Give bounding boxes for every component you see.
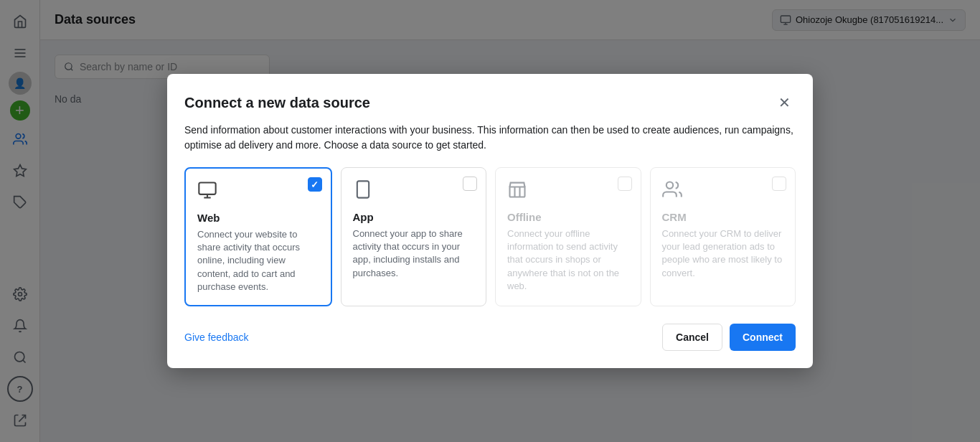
card-offline-checkbox	[618, 177, 632, 191]
card-app-name: App	[353, 211, 475, 223]
card-web-checkbox	[308, 177, 322, 192]
card-offline: OfflineConnect your offline information …	[495, 167, 641, 306]
card-app-description: Connect your app to share activity that …	[353, 227, 475, 280]
card-web-description: Connect your website to share activity t…	[197, 228, 319, 293]
card-app[interactable]: AppConnect your app to share activity th…	[341, 167, 487, 306]
card-web[interactable]: WebConnect your website to share activit…	[184, 167, 332, 306]
card-app-checkbox	[463, 177, 477, 191]
svg-rect-14	[199, 183, 215, 194]
card-crm-icon	[662, 179, 784, 204]
modal-description: Send information about customer interact…	[184, 123, 796, 153]
card-crm-checkbox	[772, 177, 786, 191]
card-web-icon	[197, 180, 319, 204]
footer-buttons: Cancel Connect	[662, 324, 796, 351]
svg-rect-17	[357, 181, 368, 197]
modal-title: Connect a new data source	[184, 95, 370, 111]
give-feedback-link[interactable]: Give feedback	[184, 332, 249, 343]
modal-overlay: Connect a new data source ✕ Send informa…	[0, 0, 980, 442]
modal-close-button[interactable]: ✕	[773, 91, 796, 114]
card-crm-description: Connect your CRM to deliver your lead ge…	[662, 227, 784, 280]
modal-header: Connect a new data source ✕	[184, 91, 796, 114]
card-crm-name: CRM	[662, 211, 784, 223]
data-source-cards: WebConnect your website to share activit…	[184, 167, 796, 306]
card-offline-name: Offline	[507, 211, 629, 223]
connect-button[interactable]: Connect	[730, 324, 796, 351]
card-crm: CRMConnect your CRM to deliver your lead…	[650, 167, 796, 306]
modal-footer: Give feedback Cancel Connect	[184, 324, 796, 351]
modal-dialog: Connect a new data source ✕ Send informa…	[167, 74, 813, 368]
svg-point-19	[666, 182, 672, 189]
card-offline-icon	[507, 179, 629, 204]
cancel-button[interactable]: Cancel	[662, 324, 722, 351]
card-offline-description: Connect your offline information to send…	[507, 227, 629, 293]
card-web-name: Web	[197, 212, 319, 224]
card-app-icon	[353, 179, 475, 204]
